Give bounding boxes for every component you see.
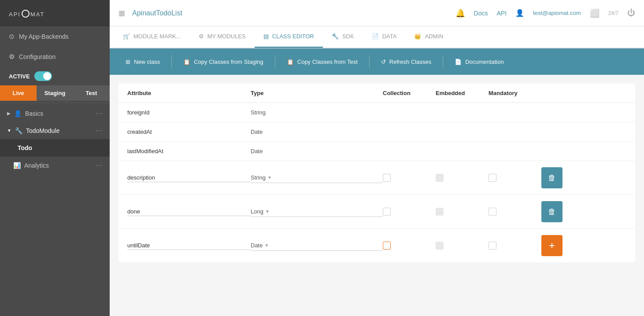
tab-admin[interactable]: 👑 ADMIN [405, 26, 452, 48]
done-mandatory-checkbox[interactable] [489, 208, 496, 216]
tab-admin-label: ADMIN [425, 33, 443, 40]
embedded-done [436, 208, 489, 216]
window-icon[interactable]: ⬜ [590, 8, 600, 18]
mandatory-done [489, 208, 541, 216]
description-collection-checkbox[interactable] [383, 174, 391, 182]
type-foreign-id: String [251, 109, 383, 116]
action-done: 🗑 [541, 201, 577, 222]
attr-until-date: untilDate [127, 241, 251, 250]
done-collection-checkbox[interactable] [383, 208, 391, 216]
env-tabs: Live Staging Test [0, 85, 110, 101]
type-description: String ▼ [251, 173, 383, 183]
refresh-icon: ↺ [381, 59, 386, 65]
app-title: ApinautTodoList [132, 9, 448, 17]
active-label: ACTIVE [9, 73, 30, 80]
new-class-icon: ⊞ [126, 59, 130, 65]
tab-sdk[interactable]: 🔧 SDK [323, 26, 363, 48]
documentation-button[interactable]: 📄 Documentation [448, 55, 511, 69]
th-attribute: Attribute [127, 90, 251, 96]
until-date-embedded-checkbox [436, 242, 444, 250]
until-date-type-chevron-icon: ▼ [264, 243, 269, 248]
collection-done [383, 208, 436, 216]
docs-link[interactable]: Docs [474, 10, 488, 17]
bell-icon[interactable]: 🔔 [455, 8, 465, 18]
table-row: untilDate Date ▼ + [118, 229, 635, 262]
my-modules-icon: ⚙ [199, 33, 204, 40]
todo-module-more-icon[interactable]: ⋯ [96, 126, 103, 135]
wrench-icon: 🔧 [15, 127, 22, 134]
description-input[interactable]: description [127, 173, 251, 182]
api-link[interactable]: API [496, 10, 507, 17]
power-icon[interactable]: ⏻ [627, 8, 635, 18]
copy-staging-icon: 📋 [183, 59, 190, 65]
toolbar-sep-3 [369, 55, 370, 68]
tab-sdk-label: SDK [342, 33, 354, 40]
action-description: 🗑 [541, 167, 577, 188]
sidebar-item-analytics[interactable]: 📊 Analytics ⋯ [0, 157, 110, 174]
tab-data[interactable]: 📄 DATA [363, 26, 406, 48]
type-created-at: Date [251, 129, 383, 135]
description-delete-button[interactable]: 🗑 [541, 167, 563, 188]
table-header: Attribute Type Collection Embedded Manda… [118, 84, 635, 103]
collection-description [383, 174, 436, 182]
env-tab-live[interactable]: Live [0, 85, 37, 101]
description-type-select[interactable]: String ▼ [251, 173, 383, 183]
copy-from-test-label: Copy Classes from Test [297, 59, 358, 65]
copy-from-staging-label: Copy Classes from Staging [194, 59, 263, 65]
toggle-dot [43, 72, 51, 80]
tab-data-label: DATA [382, 33, 397, 40]
type-chevron-icon: ▼ [267, 175, 272, 180]
until-date-input[interactable]: untilDate [127, 241, 251, 250]
active-toggle[interactable] [34, 71, 52, 81]
sidebar-item-my-app-backends[interactable]: ⊙ My App-Backends [0, 26, 110, 47]
chevron-right-icon: ▶ [7, 111, 11, 116]
until-date-add-button[interactable]: + [541, 235, 563, 256]
embedded-description [436, 174, 489, 182]
tab-my-modules[interactable]: ⚙ MY MODULES [190, 26, 255, 48]
tab-class-editor[interactable]: ▤ CLASS EDITOR [255, 26, 323, 48]
active-toggle-row: ACTIVE [0, 67, 110, 85]
sidebar-item-todo-module[interactable]: ▼ 🔧 TodoModule ⋯ [0, 122, 110, 139]
copy-from-staging-button[interactable]: 📋 Copy Classes from Staging [176, 55, 270, 69]
done-type-chevron-icon: ▼ [265, 209, 270, 214]
new-class-button[interactable]: ⊞ New class [118, 55, 167, 69]
done-embedded-checkbox [436, 208, 444, 216]
sidebar-item-my-app-backends-label: My App-Backends [19, 33, 69, 40]
until-date-type-select[interactable]: Date ▼ [251, 240, 383, 251]
sidebar-item-basics[interactable]: ▶ 👤 Basics ⋯ [0, 105, 110, 122]
sidebar-item-configuration-label: Configuration [19, 53, 56, 60]
done-type-select[interactable]: Long ▼ [251, 206, 383, 217]
class-table: Attribute Type Collection Embedded Manda… [118, 84, 635, 262]
user-email: test@apiomat.com [533, 10, 581, 16]
main-content: ▦ ApinautTodoList 🔔 Docs API 👤 test@apio… [110, 0, 644, 316]
collection-until-date [383, 242, 436, 250]
person-icon: 👤 [14, 110, 22, 117]
th-type: Type [251, 90, 383, 96]
until-date-mandatory-checkbox[interactable] [489, 242, 496, 250]
th-mandatory: Mandatory [489, 90, 541, 96]
toolbar-sep-2 [275, 55, 275, 68]
analytics-more-icon[interactable]: ⋯ [96, 161, 103, 169]
table-row: foreignId String [118, 103, 635, 122]
sidebar-item-configuration[interactable]: ⚙ Configuration [0, 47, 110, 67]
table-row: done Long ▼ 🗑 [118, 195, 635, 229]
basics-more-icon[interactable]: ⋯ [96, 109, 103, 118]
done-input[interactable]: done [127, 207, 251, 216]
chevron-down-icon: ▼ [7, 128, 11, 133]
done-delete-button[interactable]: 🗑 [541, 201, 563, 222]
tab-my-modules-label: MY MODULES [207, 33, 246, 40]
support-icon[interactable]: 24/7 [608, 10, 618, 16]
toolbar-sep-4 [443, 55, 443, 68]
refresh-classes-button[interactable]: ↺ Refresh Classes [374, 55, 438, 69]
copy-from-test-button[interactable]: 📋 Copy Classes from Test [280, 55, 365, 69]
sidebar-item-todo[interactable]: Todo [0, 139, 110, 157]
documentation-label: Documentation [465, 59, 503, 65]
env-tab-test[interactable]: Test [73, 85, 110, 101]
until-date-collection-checkbox[interactable] [383, 242, 391, 250]
tab-module-marketplace[interactable]: 🛒 MODULE MARK... [114, 26, 190, 48]
tab-module-marketplace-label: MODULE MARK... [133, 33, 181, 40]
th-embedded: Embedded [436, 90, 489, 96]
description-mandatory-checkbox[interactable] [489, 174, 496, 182]
env-tab-staging[interactable]: Staging [37, 85, 73, 101]
mandatory-description [489, 174, 541, 182]
